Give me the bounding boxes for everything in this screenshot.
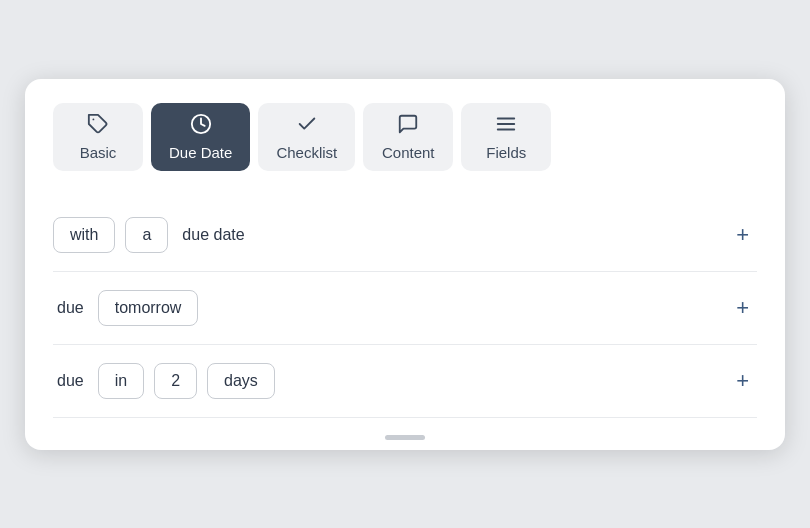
tab-checklist-label: Checklist [276, 144, 337, 161]
tab-fields[interactable]: Fields [461, 103, 551, 171]
token-a[interactable]: a [125, 217, 168, 253]
token-2[interactable]: 2 [154, 363, 197, 399]
tab-content-label: Content [382, 144, 435, 161]
text-due-3: due [53, 364, 88, 398]
filter-row-1: with a due date + [53, 199, 757, 272]
filter-row-3: due in 2 days + [53, 345, 757, 418]
clock-icon [190, 113, 212, 138]
chat-icon [397, 113, 419, 138]
bottom-indicator [385, 435, 425, 440]
filter-row-2: due tomorrow + [53, 272, 757, 345]
tab-basic-label: Basic [80, 144, 117, 161]
filter-card: Basic Due Date Checklist [25, 79, 785, 450]
add-button-row1[interactable]: + [728, 220, 757, 250]
token-days[interactable]: days [207, 363, 275, 399]
tag-icon [87, 113, 109, 138]
token-with[interactable]: with [53, 217, 115, 253]
tab-due-date[interactable]: Due Date [151, 103, 250, 171]
tab-content[interactable]: Content [363, 103, 453, 171]
tab-checklist[interactable]: Checklist [258, 103, 355, 171]
tab-due-date-label: Due Date [169, 144, 232, 161]
add-button-row3[interactable]: + [728, 366, 757, 396]
tab-bar: Basic Due Date Checklist [53, 103, 757, 171]
text-due-date: due date [178, 218, 248, 252]
tab-basic[interactable]: Basic [53, 103, 143, 171]
check-icon [296, 113, 318, 138]
token-tomorrow[interactable]: tomorrow [98, 290, 199, 326]
token-in[interactable]: in [98, 363, 144, 399]
tab-fields-label: Fields [486, 144, 526, 161]
menu-icon [495, 113, 517, 138]
add-button-row2[interactable]: + [728, 293, 757, 323]
text-due-2: due [53, 291, 88, 325]
